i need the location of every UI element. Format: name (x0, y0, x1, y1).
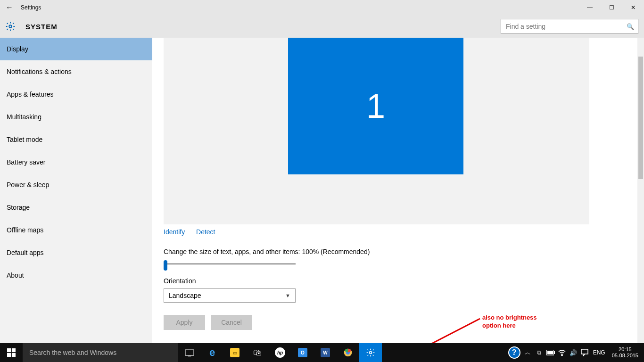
sidebar: Display Notifications & actions Apps & f… (0, 38, 152, 343)
sidebar-item-about[interactable]: About (0, 264, 152, 287)
store-icon: 🛍 (253, 348, 262, 358)
svg-point-0 (9, 25, 12, 28)
sidebar-item-apps-features[interactable]: Apps & features (0, 83, 152, 106)
chevron-up-icon: ︿ (525, 348, 531, 357)
sidebar-item-label: Display (7, 45, 28, 53)
tray-volume-icon[interactable]: 🔊 (568, 343, 579, 362)
windows-logo-icon (7, 348, 16, 357)
svg-rect-15 (581, 349, 588, 354)
tray-language[interactable]: ENG (590, 349, 608, 356)
identify-link[interactable]: Identify (164, 228, 185, 236)
taskbar-app-edge[interactable]: e (201, 343, 223, 362)
annotation-line: also no brightness (482, 314, 537, 322)
word-icon: W (321, 348, 330, 357)
titlebar: ← Settings — ☐ ✕ (0, 0, 644, 15)
svg-point-14 (561, 355, 562, 356)
sidebar-item-label: Notifications & actions (7, 68, 72, 75)
sidebar-item-storage[interactable]: Storage (0, 196, 152, 219)
notifications-icon (581, 349, 588, 356)
slider-thumb[interactable] (164, 260, 167, 271)
system-tray: ? ︿ ⧉ 🔊 ENG 20:15 05-08-2015 (508, 343, 644, 362)
sidebar-item-label: About (7, 272, 24, 279)
tray-dropbox-icon[interactable]: ⧉ (534, 343, 545, 362)
header-row: SYSTEM 🔍 (0, 15, 644, 38)
tray-wifi-icon[interactable] (556, 343, 568, 362)
find-setting-search[interactable]: 🔍 (501, 19, 638, 34)
taskbar-app-file-explorer[interactable]: ▭ (223, 343, 246, 362)
folder-icon: ▭ (230, 348, 239, 357)
sidebar-item-default-apps[interactable]: Default apps (0, 241, 152, 264)
svg-rect-2 (7, 348, 11, 352)
orientation-select[interactable]: Landscape ▼ (164, 288, 296, 303)
maximize-icon: ☐ (609, 4, 614, 11)
taskbar-app-hp[interactable]: hp (269, 343, 291, 362)
monitor-1[interactable]: 1 (288, 38, 463, 174)
search-input[interactable] (505, 22, 627, 31)
dropbox-icon: ⧉ (537, 349, 541, 356)
tray-action-center-icon[interactable] (579, 343, 590, 362)
taskbar-app-word[interactable]: W (314, 343, 337, 362)
tray-date: 05-08-2015 (612, 353, 638, 359)
battery-icon (546, 350, 555, 355)
monitor-arrangement-area[interactable]: 1 (164, 38, 589, 224)
svg-rect-6 (185, 350, 194, 355)
sidebar-item-notifications[interactable]: Notifications & actions (0, 60, 152, 83)
task-view-button[interactable] (178, 343, 201, 362)
taskbar-app-settings[interactable] (359, 343, 382, 362)
sidebar-item-multitasking[interactable]: Multitasking (0, 106, 152, 128)
search-icon: 🔍 (627, 23, 634, 30)
vertical-scrollbar[interactable] (637, 38, 644, 343)
tray-battery-icon[interactable] (545, 343, 556, 362)
taskbar-app-outlook[interactable]: O (291, 343, 314, 362)
hp-icon: hp (275, 347, 285, 358)
back-arrow-icon: ← (6, 3, 13, 12)
taskbar-app-chrome[interactable] (337, 343, 359, 362)
taskbar-app-store[interactable]: 🛍 (246, 343, 269, 362)
scale-slider[interactable] (164, 260, 296, 268)
maximize-button[interactable]: ☐ (601, 0, 622, 15)
window-title: Settings (21, 4, 41, 11)
chrome-icon (343, 348, 353, 357)
taskbar: Search the web and Windows e ▭ 🛍 hp O W … (0, 343, 644, 362)
edge-icon: e (209, 346, 215, 359)
close-button[interactable]: ✕ (622, 0, 644, 15)
minimize-icon: — (587, 4, 593, 11)
start-button[interactable] (0, 343, 23, 362)
cancel-button: Cancel (211, 315, 252, 330)
gear-icon (366, 348, 375, 357)
sidebar-item-label: Apps & features (7, 90, 54, 98)
apply-cancel-row: Apply Cancel (164, 315, 252, 330)
taskbar-search-placeholder: Search the web and Windows (29, 349, 116, 356)
speaker-icon: 🔊 (570, 349, 577, 356)
annotation-line: option here (482, 322, 537, 330)
orientation-label: Orientation (164, 277, 196, 285)
help-icon[interactable]: ? (508, 346, 520, 359)
svg-rect-4 (7, 353, 11, 357)
sidebar-item-offline-maps[interactable]: Offline maps (0, 219, 152, 241)
chevron-down-icon: ▼ (285, 293, 290, 298)
sidebar-item-power-sleep[interactable]: Power & sleep (0, 173, 152, 196)
sidebar-item-battery-saver[interactable]: Battery saver (0, 151, 152, 173)
settings-gear-icon (5, 21, 16, 32)
minimize-button[interactable]: — (579, 0, 601, 15)
tray-clock[interactable]: 20:15 05-08-2015 (608, 346, 642, 358)
sidebar-item-label: Storage (7, 204, 30, 211)
close-icon: ✕ (631, 4, 636, 11)
sidebar-item-label: Multitasking (7, 113, 41, 121)
slider-track (164, 263, 296, 264)
sidebar-item-label: Default apps (7, 249, 44, 256)
back-button[interactable]: ← (0, 3, 19, 12)
scrollbar-thumb[interactable] (638, 57, 643, 179)
sidebar-item-tablet-mode[interactable]: Tablet mode (0, 128, 152, 151)
body: Display Notifications & actions Apps & f… (0, 38, 644, 343)
main-panel: 1 Identify Detect Change the size of tex… (152, 38, 644, 343)
sidebar-item-label: Power & sleep (7, 181, 49, 189)
detect-link[interactable]: Detect (196, 228, 215, 236)
svg-rect-13 (547, 351, 553, 354)
sidebar-item-label: Tablet mode (7, 136, 42, 143)
svg-rect-3 (12, 348, 16, 352)
scale-label: Change the size of text, apps, and other… (164, 248, 370, 255)
sidebar-item-display[interactable]: Display (0, 38, 152, 60)
taskbar-search[interactable]: Search the web and Windows (23, 343, 178, 362)
tray-show-hidden-icons[interactable]: ︿ (522, 343, 534, 362)
